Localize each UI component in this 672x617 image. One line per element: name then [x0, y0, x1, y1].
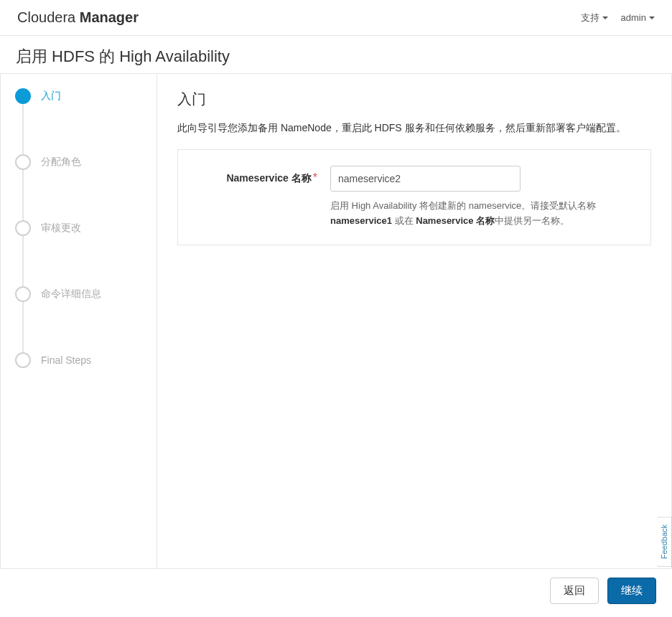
brand-bold: Manager	[80, 9, 139, 25]
content-wrap: 入门 分配角色 审核更改 命令详细信息 Final Steps 入门 此向导引导…	[0, 74, 672, 576]
page-title-bar: 启用 HDFS 的 High Availability	[0, 36, 672, 74]
wizard-footer: 返回 继续	[0, 568, 672, 617]
support-label: 支持	[581, 11, 599, 24]
page-title: 启用 HDFS 的 High Availability	[16, 46, 656, 67]
caret-down-icon	[602, 17, 608, 19]
main-panel: 入门 此向导引导您添加备用 NameNode，重启此 HDFS 服务和任何依赖服…	[157, 74, 671, 575]
step-command-details[interactable]: 命令详细信息	[15, 286, 148, 302]
back-button[interactable]: 返回	[550, 578, 599, 604]
intro-text: 此向导引导您添加备用 NameNode，重启此 HDFS 服务和任何依赖服务，然…	[177, 122, 651, 135]
step-label: 命令详细信息	[41, 288, 101, 301]
caret-down-icon	[649, 17, 655, 19]
section-title: 入门	[177, 90, 651, 109]
nameservice-label: Nameservice 名称	[226, 172, 311, 184]
form-box: Nameservice 名称* 启用 High Availability 将创建…	[177, 149, 651, 245]
nameservice-input[interactable]	[330, 166, 521, 192]
support-menu[interactable]: 支持	[581, 11, 608, 24]
topbar: Cloudera Manager 支持 admin	[0, 0, 672, 36]
step-circle-icon	[15, 352, 31, 368]
top-nav: 支持 admin	[581, 11, 655, 24]
help-mid: 或在	[392, 215, 416, 226]
step-label: Final Steps	[41, 354, 91, 366]
nameservice-row: Nameservice 名称* 启用 High Availability 将创建…	[195, 166, 633, 229]
step-label: 审核更改	[41, 222, 81, 235]
help-text: 启用 High Availability 将创建新的 nameservice。请…	[330, 199, 633, 229]
step-assign-roles[interactable]: 分配角色	[15, 154, 148, 170]
help-bold-label: Nameservice 名称	[416, 215, 495, 226]
help-bold-nameservice1: nameservice1	[330, 215, 392, 226]
brand-light: Cloudera	[17, 9, 80, 25]
wizard-steps: 入门 分配角色 审核更改 命令详细信息 Final Steps	[15, 88, 148, 368]
continue-button[interactable]: 继续	[607, 578, 656, 604]
help-prefix: 启用 High Availability 将创建新的 nameservice。请…	[330, 200, 596, 211]
feedback-tab[interactable]: Feedback	[657, 517, 672, 567]
wizard-sidebar: 入门 分配角色 审核更改 命令详细信息 Final Steps	[1, 74, 157, 575]
brand-logo: Cloudera Manager	[17, 9, 139, 26]
required-asterisk-icon: *	[313, 171, 317, 184]
step-circle-icon	[15, 220, 31, 236]
user-label: admin	[621, 12, 646, 23]
form-input-col: 启用 High Availability 将创建新的 nameservice。请…	[330, 166, 633, 229]
step-circle-icon	[15, 88, 31, 104]
step-final[interactable]: Final Steps	[15, 352, 148, 368]
step-label: 入门	[41, 90, 61, 103]
step-label: 分配角色	[41, 156, 81, 169]
step-circle-icon	[15, 154, 31, 170]
step-review-changes[interactable]: 审核更改	[15, 220, 148, 236]
help-suffix: 中提供另一名称。	[495, 215, 569, 226]
form-label-col: Nameservice 名称*	[195, 166, 317, 185]
step-getting-started[interactable]: 入门	[15, 88, 148, 104]
user-menu[interactable]: admin	[621, 12, 655, 23]
step-circle-icon	[15, 286, 31, 302]
